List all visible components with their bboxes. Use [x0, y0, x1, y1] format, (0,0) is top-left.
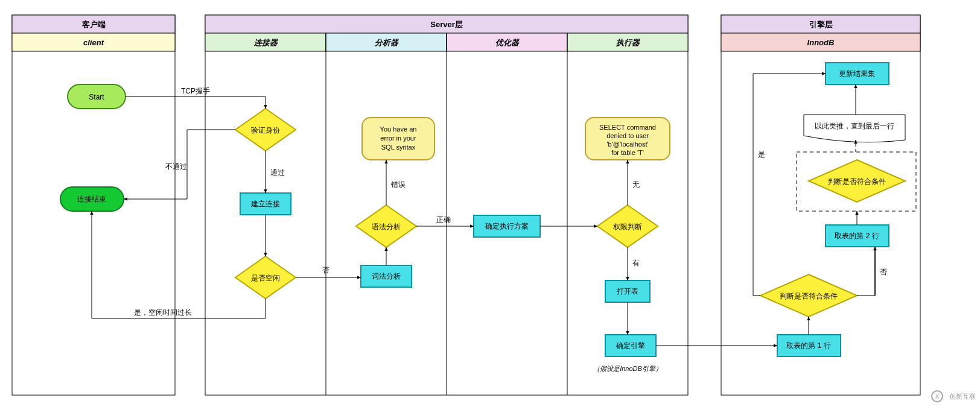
node-connect-end: 连接结束 — [60, 187, 124, 211]
svg-text:打开表: 打开表 — [616, 287, 638, 296]
svg-text:'b'@'localhost': 'b'@'localhost' — [606, 141, 648, 148]
svg-text:error in your: error in your — [380, 135, 416, 142]
svg-text:否: 否 — [880, 268, 887, 276]
svg-text:正确: 正确 — [436, 215, 451, 224]
node-lexical: 词法分析 — [361, 265, 412, 287]
svg-text:取表的第 2 行: 取表的第 2 行 — [835, 232, 879, 240]
node-row1: 取表的第 1 行 — [777, 335, 841, 356]
svg-text:不通过: 不通过 — [165, 162, 187, 171]
svg-text:错误: 错误 — [390, 180, 406, 189]
watermark-logo: X 创新互联 — [932, 391, 976, 402]
svg-text:确定引擎: 确定引擎 — [616, 341, 645, 350]
svg-text:否: 否 — [322, 266, 329, 274]
svg-text:通过: 通过 — [270, 168, 285, 177]
svg-text:for table 'T': for table 'T' — [611, 149, 644, 156]
node-update-result: 更新结果集 — [826, 63, 889, 84]
svg-text:判断是否符合条件: 判断是否符合条件 — [828, 177, 886, 186]
svg-text:Start: Start — [89, 93, 104, 101]
lane-analyzer-title: 分析器 — [375, 38, 399, 47]
svg-text:是，空闲时间过长: 是，空闲时间过长 — [134, 308, 192, 317]
node-loop-note: 以此类推，直到最后一行 — [804, 115, 905, 142]
node-perm-denied: SELECT command denied to user 'b'@'local… — [585, 118, 670, 160]
diagram-canvas: 客户端 client Start 连接结束 Server层 连接器 分析器 优化… — [0, 0, 980, 418]
node-establish-conn: 建立连接 — [240, 193, 291, 215]
svg-text:建立连接: 建立连接 — [250, 200, 280, 208]
svg-text:验证身份: 验证身份 — [251, 126, 280, 135]
node-row2: 取表的第 2 行 — [826, 225, 889, 247]
svg-text:You have an: You have an — [380, 125, 417, 133]
lane-optimizer-title: 优化器 — [495, 38, 520, 47]
svg-text:SELECT command: SELECT command — [599, 124, 656, 131]
node-sql-error: You have an error in your SQL syntax — [362, 118, 434, 160]
lane-client-sub: client — [83, 38, 104, 47]
node-start: Start — [68, 84, 126, 109]
svg-text:X: X — [935, 393, 940, 400]
node-plan: 确定执行方案 — [474, 215, 540, 237]
node-determine-engine: 确定引擎 — [605, 335, 656, 356]
node-open-table: 打开表 — [605, 280, 650, 302]
lane-connector-title: 连接器 — [253, 38, 278, 47]
svg-text:SQL syntax: SQL syntax — [381, 144, 416, 151]
svg-text:词法分析: 词法分析 — [372, 272, 401, 280]
lane-engine-sub: InnodB — [807, 38, 835, 47]
svg-text:连接结束: 连接结束 — [77, 195, 106, 203]
lane-executor-title: 执行器 — [616, 38, 640, 47]
svg-text:权限判断: 权限判断 — [612, 223, 642, 231]
svg-text:取表的第 1 行: 取表的第 1 行 — [786, 341, 830, 350]
svg-text:判断是否符合条件: 判断是否符合条件 — [780, 292, 838, 300]
lane-engine-title: 引擎层 — [809, 20, 833, 29]
svg-text:以此类推，直到最后一行: 以此类推，直到最后一行 — [815, 122, 894, 130]
svg-text:确定执行方案: 确定执行方案 — [485, 222, 529, 230]
svg-text:无: 无 — [632, 180, 640, 189]
svg-text:创新互联: 创新互联 — [949, 393, 976, 400]
svg-text:更新结果集: 更新结果集 — [839, 69, 875, 78]
svg-text:是: 是 — [758, 150, 765, 159]
svg-text:有: 有 — [632, 259, 640, 267]
engine-note: （假设是InnoDB引擎） — [593, 365, 662, 372]
svg-text:语法分析: 语法分析 — [372, 223, 401, 231]
svg-text:TCP握手: TCP握手 — [181, 87, 210, 95]
lane-server-title: Server层 — [430, 20, 462, 29]
svg-text:是否空闲: 是否空闲 — [251, 274, 280, 282]
svg-text:denied to user: denied to user — [606, 132, 649, 139]
lane-client-title: 客户端 — [81, 20, 106, 29]
